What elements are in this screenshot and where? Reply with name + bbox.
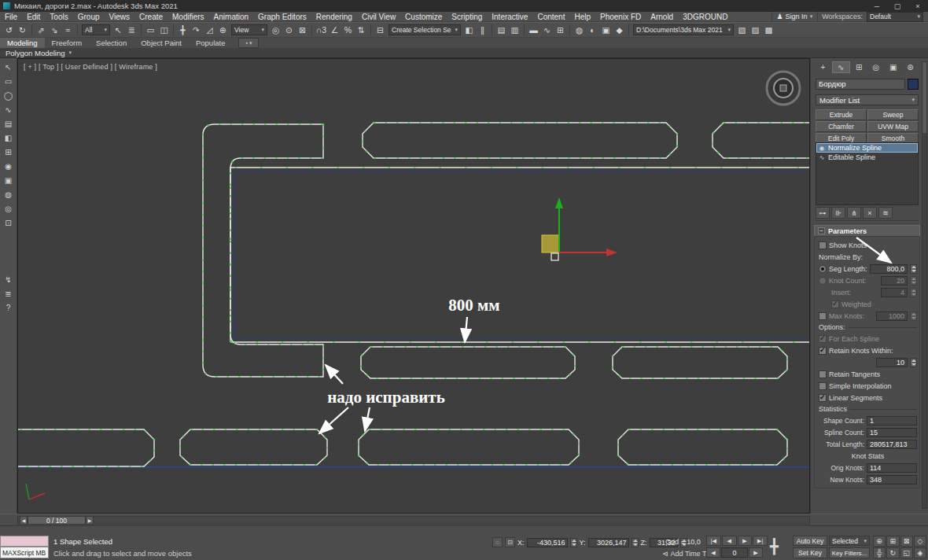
menu-create[interactable]: Create	[134, 12, 168, 22]
close-button[interactable]: ×	[908, 0, 928, 12]
window-crossing-icon[interactable]: ◫	[157, 24, 171, 36]
show-knots-checkbox[interactable]	[819, 241, 827, 249]
menu-scripting[interactable]: Scripting	[447, 12, 487, 22]
ribbon-tab-freeform[interactable]: Freeform	[45, 38, 90, 48]
modifier-button-extrude[interactable]: Extrude	[816, 109, 867, 120]
retain-knots-field[interactable]: 10	[876, 358, 908, 367]
snaps-toggle-icon[interactable]: ∩3	[315, 24, 328, 36]
navigation-cross-icon[interactable]: ╋	[770, 536, 779, 557]
y-spinner[interactable]	[632, 538, 639, 547]
zoom-all-icon[interactable]: ⊞	[886, 536, 899, 547]
go-to-end-button[interactable]: ▶|	[753, 536, 768, 546]
left-tool-spline-icon[interactable]: ∿	[2, 103, 16, 116]
left-tool-circle-icon[interactable]: ◯	[2, 89, 16, 102]
previous-key-button[interactable]: ◀	[706, 547, 720, 558]
isolate-selection-icon[interactable]: ◌	[492, 537, 503, 547]
rectangular-selection-region-icon[interactable]: ▭	[144, 24, 157, 36]
go-to-start-button[interactable]: |◀	[706, 536, 721, 546]
left-tool-sphere-icon[interactable]: ◍	[2, 188, 16, 201]
curve-editor-icon[interactable]: ∿	[540, 24, 554, 36]
select-by-name-icon[interactable]: ≣	[125, 24, 138, 36]
menu-file[interactable]: File	[0, 12, 22, 22]
knot-count-field[interactable]: 20	[881, 276, 908, 286]
key-mode-dropdown[interactable]: Selected ▾	[829, 536, 870, 546]
time-slider-value[interactable]: 0 / 100	[28, 516, 86, 525]
workspace-dropdown[interactable]: Default ▾	[867, 12, 923, 22]
maximize-button[interactable]: ▢	[887, 0, 908, 12]
render-production-icon[interactable]: ◆	[613, 24, 626, 36]
polygon-modeling-panel[interactable]: Polygon Modeling ▾	[0, 48, 928, 58]
viewport-canvas[interactable]: 800 мм надо исправить	[18, 59, 810, 514]
schematic-view-icon[interactable]: ⊞	[554, 24, 567, 36]
bind-to-space-warp-icon[interactable]: ≈	[61, 24, 75, 36]
modifier-button-chamfer[interactable]: Chamfer	[816, 121, 867, 132]
remove-modifier-icon[interactable]: ×	[863, 207, 877, 219]
left-tool-box-icon[interactable]: ▣	[2, 174, 16, 187]
object-name-field[interactable]: Бордюр	[816, 79, 905, 90]
ribbon-tab-selection[interactable]: Selection	[89, 38, 134, 48]
tab-create-icon[interactable]: +	[815, 61, 831, 73]
mirror-icon[interactable]: ◧	[462, 24, 476, 36]
orbit-icon[interactable]: ↻	[886, 547, 899, 558]
menu-content[interactable]: Content	[532, 12, 569, 22]
menu-customize[interactable]: Customize	[400, 12, 447, 22]
modifier-button-sweep[interactable]: Sweep	[867, 109, 919, 120]
use-pivot-center-icon[interactable]: ◎	[269, 24, 282, 36]
menu-graph-editors[interactable]: Graph Editors	[253, 12, 311, 22]
knot-count-radio[interactable]	[819, 277, 827, 285]
walk-through-icon[interactable]: ◈	[914, 547, 926, 558]
selection-filter-dropdown[interactable]: All▾	[82, 24, 110, 35]
insert-spinner[interactable]	[910, 288, 917, 297]
viewport-label[interactable]: [ + ] [ Top ] [ User Defined ] [ Wirefra…	[24, 63, 157, 71]
scene-explorer-icon[interactable]: ▤	[495, 24, 508, 36]
minimize-button[interactable]: ─	[867, 0, 887, 12]
pan-icon[interactable]: ╬	[873, 547, 886, 558]
maxscript-mini-listener[interactable]: MAXScript MB	[0, 547, 49, 558]
layer-explorer-icon[interactable]: ▥	[508, 24, 521, 36]
max-knots-checkbox[interactable]	[819, 312, 827, 320]
redo-icon[interactable]: ↻	[16, 24, 29, 36]
make-unique-icon[interactable]: ⋔	[847, 207, 861, 219]
left-tool-mirror-icon[interactable]: ◧	[2, 131, 16, 145]
left-tool-target-icon[interactable]: ◉	[2, 160, 16, 173]
time-prev-button[interactable]: ◀	[20, 516, 28, 525]
select-and-scale-icon[interactable]: ◿	[203, 24, 216, 36]
percent-snap-icon[interactable]: %	[341, 24, 355, 36]
retain-knots-within-checkbox[interactable]	[819, 347, 827, 355]
y-coordinate-field[interactable]: 3026,147	[588, 538, 629, 547]
panel-scrollbar-thumb[interactable]	[922, 62, 926, 133]
edit-named-selections-icon[interactable]: ⊟	[374, 24, 387, 36]
ribbon-minimize-button[interactable]: ▪ ▾	[238, 38, 259, 48]
named-selection-sets-dropdown[interactable]: Create Selection Se▾	[389, 24, 461, 35]
menu-phoenix-fd[interactable]: Phoenix FD	[595, 12, 646, 22]
left-tool-select-icon[interactable]: ↖	[2, 61, 16, 74]
menu-tools[interactable]: Tools	[45, 12, 72, 22]
left-tool-grid-icon[interactable]: ⊞	[2, 146, 16, 159]
set-key-button[interactable]: Set Key	[793, 547, 827, 558]
menu-edit[interactable]: Edit	[22, 12, 45, 22]
object-color-swatch[interactable]	[908, 79, 919, 90]
align-icon[interactable]: ∥	[476, 24, 489, 36]
tab-modify-icon[interactable]: ∿	[832, 61, 850, 73]
linear-segments-checkbox[interactable]	[819, 394, 827, 402]
time-next-button[interactable]: ▶	[86, 516, 94, 525]
pin-stack-icon[interactable]: ⊶	[816, 207, 830, 219]
timeline-track[interactable]	[17, 516, 810, 525]
key-filters-button[interactable]: Key Filters...	[829, 547, 870, 558]
modifier-list-dropdown[interactable]: Modifier List ▾	[816, 94, 919, 105]
viewport-navigation-gizmo[interactable]	[767, 72, 800, 105]
menu-3dground[interactable]: 3DGROUND	[678, 12, 732, 22]
select-and-rotate-icon[interactable]: ↷	[190, 24, 203, 36]
project-folder-dropdown[interactable]: D:\Documents\3ds Max 2021▾	[633, 24, 734, 35]
select-and-move-icon[interactable]: ╋	[176, 24, 190, 36]
sign-in-button[interactable]: ♟ Sign In ▾	[771, 12, 819, 22]
ribbon-tab-populate[interactable]: Populate	[189, 38, 233, 48]
menu-modifiers[interactable]: Modifiers	[168, 12, 209, 22]
render-setup-icon[interactable]: ◐	[586, 24, 599, 36]
keyboard-override-icon[interactable]: ⊠	[296, 24, 309, 36]
tab-display-icon[interactable]: ▣	[885, 61, 901, 73]
ribbon-toggle-icon[interactable]: ▬	[527, 24, 540, 36]
open-scene-explorer-icon[interactable]: ▧	[735, 24, 749, 36]
parameters-rollout-header[interactable]: − Parameters	[814, 225, 920, 237]
ribbon-tab-object-paint[interactable]: Object Paint	[134, 38, 189, 48]
